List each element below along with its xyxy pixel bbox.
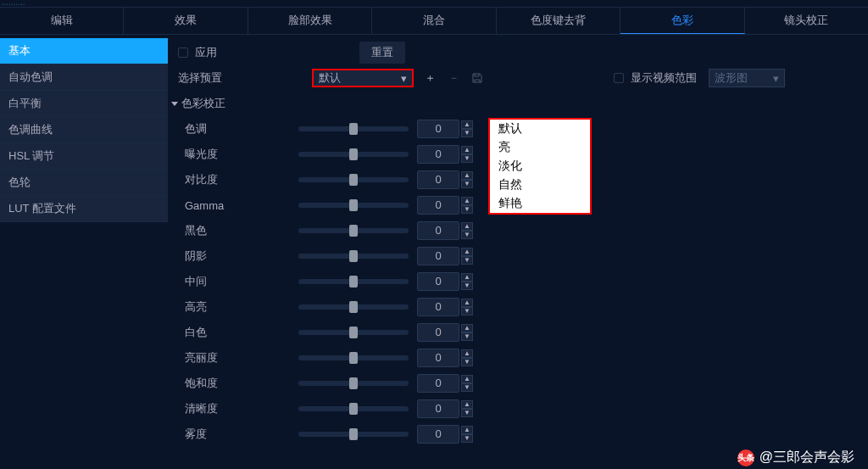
top-tab[interactable]: 编辑	[0, 8, 124, 34]
slider-thumb[interactable]	[349, 403, 358, 415]
spinner-down-button[interactable]: ▼	[461, 256, 473, 265]
top-tab[interactable]: 色度键去背	[497, 8, 620, 34]
top-tab[interactable]: 镜头校正	[745, 8, 868, 34]
slider-thumb[interactable]	[349, 123, 358, 135]
preset-option[interactable]: 鲜艳	[490, 194, 590, 213]
spinner-up-button[interactable]: ▲	[461, 120, 473, 129]
slider-thumb[interactable]	[349, 148, 358, 160]
spinner-down-button[interactable]: ▼	[461, 129, 473, 137]
param-slider[interactable]	[298, 381, 409, 386]
param-label: 黑色	[168, 223, 295, 238]
param-label: 色调	[168, 121, 295, 137]
spinner-up-button[interactable]: ▲	[461, 273, 473, 282]
param-slider[interactable]	[298, 406, 409, 411]
window-drag-dots[interactable]: ●●●●●●●●●●	[0, 0, 868, 7]
param-label: 雾度	[168, 427, 295, 442]
param-slider[interactable]	[298, 330, 409, 335]
save-preset-button[interactable]	[470, 70, 485, 86]
spinner-up-button[interactable]: ▲	[461, 375, 473, 383]
param-slider[interactable]	[298, 355, 409, 360]
preset-option[interactable]: 默认	[490, 120, 590, 138]
spinner-up-button[interactable]: ▲	[461, 171, 473, 180]
param-slider[interactable]	[298, 177, 409, 182]
param-row: 阴影0▲▼	[168, 243, 868, 269]
param-value[interactable]: 0	[417, 272, 459, 291]
preset-option[interactable]: 淡化	[490, 157, 590, 176]
color-correction-section-header[interactable]: 色彩校正	[168, 91, 868, 116]
param-value[interactable]: 0	[417, 170, 459, 189]
scope-type-combo[interactable]: 波形图 ▾	[709, 69, 785, 87]
spinner-down-button[interactable]: ▼	[461, 231, 473, 239]
remove-preset-button[interactable]: －	[446, 70, 461, 86]
spinner-up-button[interactable]: ▲	[461, 146, 473, 154]
param-slider[interactable]	[298, 432, 409, 437]
spinner-down-button[interactable]: ▼	[461, 205, 473, 214]
preset-combo[interactable]: 默认 ▾	[312, 69, 414, 87]
spinner-up-button[interactable]: ▲	[461, 426, 473, 434]
spinner-down-button[interactable]: ▼	[461, 282, 473, 290]
param-slider[interactable]	[298, 152, 409, 157]
spinner-up-button[interactable]: ▲	[461, 197, 473, 205]
spinner-up-button[interactable]: ▲	[461, 299, 473, 307]
sidebar-item[interactable]: 色轮	[0, 170, 168, 196]
param-value[interactable]: 0	[417, 349, 459, 367]
slider-thumb[interactable]	[349, 225, 358, 237]
param-slider[interactable]	[298, 279, 409, 284]
top-tab[interactable]: 混合	[372, 8, 496, 34]
spinner-up-button[interactable]: ▲	[461, 349, 473, 358]
spinner-up-button[interactable]: ▲	[461, 400, 473, 409]
top-tab[interactable]: 色彩	[620, 8, 744, 34]
param-slider[interactable]	[298, 254, 409, 259]
spinner-down-button[interactable]: ▼	[461, 180, 473, 188]
spinner-down-button[interactable]: ▼	[461, 358, 473, 366]
spinner-down-button[interactable]: ▼	[461, 409, 473, 417]
param-value[interactable]: 0	[417, 425, 459, 444]
param-slider[interactable]	[298, 203, 409, 208]
slider-thumb[interactable]	[349, 327, 358, 338]
top-tab[interactable]: 效果	[124, 8, 248, 34]
param-value[interactable]: 0	[417, 247, 459, 265]
spinner-down-button[interactable]: ▼	[461, 434, 473, 443]
param-value[interactable]: 0	[417, 221, 459, 240]
param-slider[interactable]	[298, 304, 409, 310]
param-value[interactable]: 0	[417, 120, 459, 138]
sidebar-item[interactable]: LUT 配置文件	[0, 196, 168, 222]
param-value[interactable]: 0	[417, 399, 459, 418]
param-value[interactable]: 0	[417, 145, 459, 164]
spinner-up-button[interactable]: ▲	[461, 248, 473, 256]
slider-thumb[interactable]	[349, 199, 358, 211]
spinner-down-button[interactable]: ▼	[461, 332, 473, 341]
slider-thumb[interactable]	[349, 301, 358, 313]
sidebar-item[interactable]: 自动色调	[0, 64, 168, 91]
spinner-down-button[interactable]: ▼	[461, 307, 473, 315]
section-title: 色彩校正	[181, 96, 225, 111]
reset-button[interactable]: 重置	[359, 42, 405, 64]
top-tab[interactable]: 脸部效果	[248, 8, 372, 34]
param-value[interactable]: 0	[417, 196, 459, 215]
show-scope-checkbox[interactable]	[614, 73, 624, 83]
spinner-down-button[interactable]: ▼	[461, 154, 473, 163]
param-value[interactable]: 0	[417, 323, 459, 342]
add-preset-button[interactable]: ＋	[422, 70, 437, 86]
spinner-down-button[interactable]: ▼	[461, 383, 473, 392]
param-row: 黑色0▲▼	[168, 218, 868, 243]
preset-option[interactable]: 亮	[490, 138, 590, 157]
slider-thumb[interactable]	[349, 428, 358, 440]
param-slider[interactable]	[298, 228, 409, 233]
spinner-up-button[interactable]: ▲	[461, 324, 473, 332]
sidebar-item[interactable]: 基本	[0, 38, 168, 64]
slider-thumb[interactable]	[349, 276, 358, 288]
slider-thumb[interactable]	[349, 250, 358, 262]
sidebar-item[interactable]: HSL 调节	[0, 143, 168, 170]
slider-thumb[interactable]	[349, 352, 358, 364]
sidebar-item[interactable]: 白平衡	[0, 91, 168, 117]
param-value[interactable]: 0	[417, 298, 459, 316]
slider-thumb[interactable]	[349, 174, 358, 186]
param-value[interactable]: 0	[417, 374, 459, 393]
preset-option[interactable]: 自然	[490, 176, 590, 194]
apply-checkbox[interactable]	[178, 47, 188, 58]
slider-thumb[interactable]	[349, 377, 358, 389]
sidebar-item[interactable]: 色调曲线	[0, 117, 168, 143]
spinner-up-button[interactable]: ▲	[461, 222, 473, 231]
param-slider[interactable]	[298, 126, 409, 131]
